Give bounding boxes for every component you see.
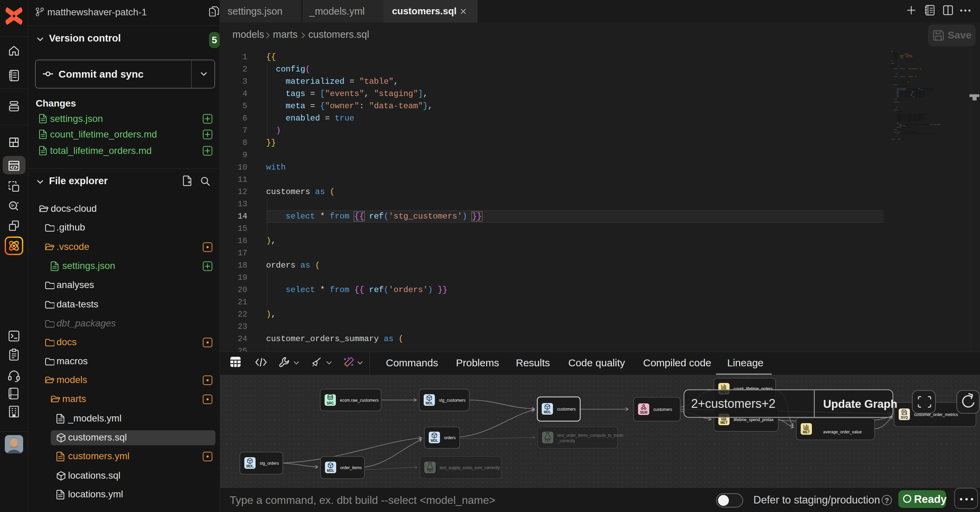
svg-text:test_supply_costs_sum_correctl: test_supply_costs_sum_correctly: [440, 465, 500, 470]
svg-text:MDL: MDL: [431, 439, 438, 443]
svg-text:ecom.raw_customers: ecom.raw_customers: [340, 398, 379, 403]
svg-text:average_order_value: average_order_value: [823, 430, 862, 434]
svg-text:test_order_items_compute_to_bo: test_order_items_compute_to_bools: [557, 433, 624, 438]
svg-text:stg_customers: stg_customers: [439, 398, 466, 403]
svg-text:SEM: SEM: [640, 411, 648, 414]
svg-text:orders: orders: [444, 435, 456, 440]
svg-text:TST: TST: [544, 439, 551, 443]
svg-text:SRC: SRC: [327, 401, 334, 405]
svg-text:customers: customers: [653, 407, 672, 412]
svg-text:order_items: order_items: [340, 465, 362, 470]
svg-text:stg_orders: stg_orders: [259, 461, 279, 466]
svg-text:MDL: MDL: [247, 464, 254, 468]
svg-text:MET: MET: [803, 430, 810, 434]
svg-text:MDL: MDL: [544, 410, 551, 414]
svg-text:customers: customers: [557, 407, 576, 412]
svg-text:MDL: MDL: [327, 469, 334, 472]
svg-text:_correctly: _correctly: [557, 439, 575, 443]
svg-text:MET: MET: [721, 421, 727, 424]
svg-text:Update Graph: Update Graph: [823, 398, 897, 410]
svg-text:TST: TST: [427, 469, 433, 472]
svg-text:lifetime_spend_pretax: lifetime_spend_pretax: [733, 417, 773, 422]
svg-text:SVQ: SVQ: [901, 416, 908, 419]
svg-text:2+customers+2: 2+customers+2: [691, 397, 775, 411]
svg-text:MDL: MDL: [426, 401, 433, 405]
